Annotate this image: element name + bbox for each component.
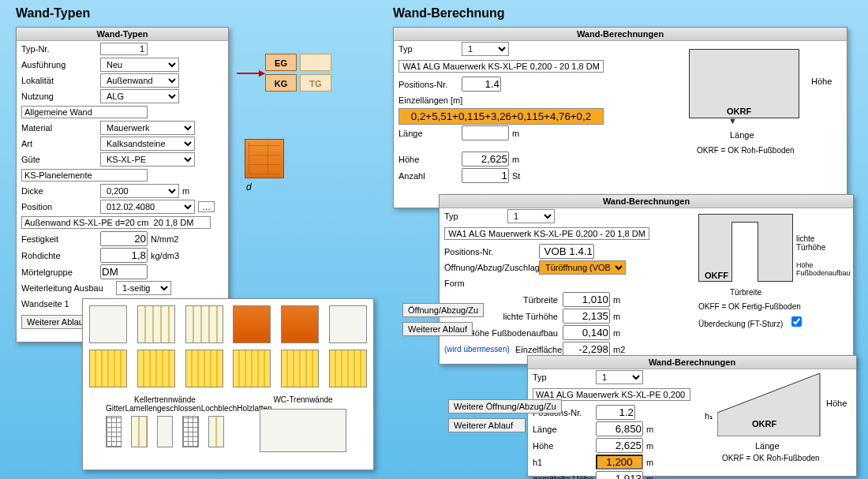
material-select[interactable]: Mauerwerk [100,121,195,135]
typnr-input[interactable] [100,43,148,55]
calc1-hoehe-label: Höhe [398,155,462,164]
wandtypen-title: Wand-Typen [17,28,228,41]
calc2-oeffnung-select[interactable]: Türöffnung (VOB) [539,260,626,275]
rohdichte-input[interactable] [100,248,148,263]
dicke-select[interactable]: 0,200 [100,184,179,198]
calc2-weitere-button[interactable]: Weitere Öffnung/Abzug/Zu [448,399,562,414]
keller-caption: Kellertrennwände [106,395,224,404]
calc2-hoehefuss-input[interactable] [563,325,610,340]
calc1-panel: Wand-Berechnungen Typ1 Positions-Nr. Ein… [393,27,847,208]
ueberdeckung-label: Überdeckung (FT-Sturz) [698,320,783,328]
calc3-laenge-label: Länge [533,425,596,434]
brick3d-icon [245,139,284,178]
section-title-left: Wand-Typen [16,6,90,21]
calc3-gem-input[interactable] [596,471,643,479]
calc2-title: Wand-Berechnungen [440,195,853,208]
moertel-input[interactable] [100,264,148,279]
lokalitaet-select[interactable]: Außenwand [100,73,179,88]
position-desc[interactable] [21,216,211,229]
art-select[interactable]: Kalksandsteine [100,137,195,151]
festigkeit-label: Festigkeit [21,234,100,244]
calc3-gem-label: gemittelte Höhe [533,474,596,480]
calc3-laenge-input[interactable] [596,421,643,436]
ueberdeckung-checkbox[interactable] [791,316,802,327]
position-select[interactable]: 012.02.4080 [100,200,195,214]
material-label: Material [21,123,100,133]
unit: m [646,458,653,467]
calc3-posnr-input[interactable] [596,405,635,420]
wall-swatch [185,305,223,343]
wall-swatch [137,350,175,387]
dicke-unit: m [182,186,189,196]
dicke-label: Dicke [21,186,100,196]
calc1-anzahl-unit: St [512,171,520,181]
unit: m [646,425,653,434]
wall-swatch [131,416,147,447]
ausfuehrung-select[interactable]: Neu [100,58,179,72]
wall-swatch [281,350,319,387]
wall-swatch [182,416,198,447]
wall-swatch [281,305,319,343]
art-label: Art [21,139,100,148]
moertel-label: Mörtelgruppe [21,268,100,277]
calc3-h1-input[interactable] [596,455,643,470]
floor-kg: KG [265,74,297,92]
calc2-tuerbreite-input[interactable] [563,292,610,307]
wall-swatch [329,350,367,387]
calc2-desc[interactable] [444,227,649,240]
calc2-posnr-input[interactable] [539,244,594,259]
calc3-panel: Wand-Berechnungen Typ1 Positions-Nr. Län… [527,355,857,477]
position-more-icon[interactable]: … [198,201,215,212]
nutzung-desc[interactable] [21,106,148,118]
calc1-laenge-input[interactable] [462,125,509,140]
calc1-anzahl-input[interactable] [462,168,509,183]
calc2-oeffnung-label: Öffnung/Abzug/Zuschlag [444,263,539,272]
calc3-h1-label: h1 [533,458,596,467]
lokalitaet-label: Lokalität [21,76,100,85]
unit: m [613,312,620,321]
wall-swatch [89,350,127,387]
calc2-lichte-input[interactable] [563,309,610,324]
calc1-hoehe-input[interactable] [462,152,509,167]
calc1-oeffnung-button[interactable]: Öffnung/Abzug/Zu [402,303,484,317]
wall-swatch [185,350,223,387]
festigkeit-unit: N/mm2 [151,234,178,244]
wall-swatch [208,416,224,447]
position-label: Position [21,202,100,211]
guete-desc[interactable] [21,169,148,181]
weiterer-ablauf-button[interactable]: Weiterer Ablauf [21,315,92,329]
wall-swatch [157,416,173,447]
rohdichte-label: Rohdichte [21,251,100,260]
guete-select[interactable]: KS-XL-PE [100,152,195,167]
guete-label: Güte [21,155,100,164]
festigkeit-input[interactable] [100,231,148,246]
calc2-weiterer-button[interactable]: Weiterer Ablauf [448,418,526,432]
unit: m [613,295,620,305]
calc3-typ-select[interactable]: 1 [596,370,643,384]
gallery-type: geschlossen [157,404,201,413]
calc1-desc[interactable] [398,60,604,73]
wctrenn-caption: WC-Trennwände [256,395,350,404]
calc3-hoehe-input[interactable] [596,438,643,453]
weiterl-select[interactable]: 1-seitig [116,281,171,295]
calc2-note: (wird übermessen) [444,345,515,354]
ausfuehrung-label: Ausführung [21,60,100,69]
calc3-hoehe-label: Höhe [533,441,596,451]
calc2-typ-select[interactable]: 1 [507,209,555,223]
calc1-hoehe-unit: m [512,155,519,164]
calc3-typ-label: Typ [533,372,596,382]
calc1-anzahl-label: Anzahl [398,171,462,181]
floor-eg: EG [265,54,297,71]
calc1-posnr-input[interactable] [462,77,501,92]
gallery-type: Lamellen [125,404,157,413]
calc1-einzel-input[interactable] [398,108,604,125]
nutzung-select[interactable]: ALG [100,89,179,103]
calc1-einzel-label: Einzellängen [m] [398,95,477,105]
calc1-laenge-unit: m [512,129,519,138]
calc2-posnr-label: Positions-Nr. [444,247,539,256]
calc1-weiterer-button[interactable]: Weiterer Ablauf [402,322,473,336]
wall-swatch [89,305,127,343]
wall-swatch [233,305,271,343]
wall-swatch [137,305,175,343]
calc1-typ-select[interactable]: 1 [462,42,509,56]
